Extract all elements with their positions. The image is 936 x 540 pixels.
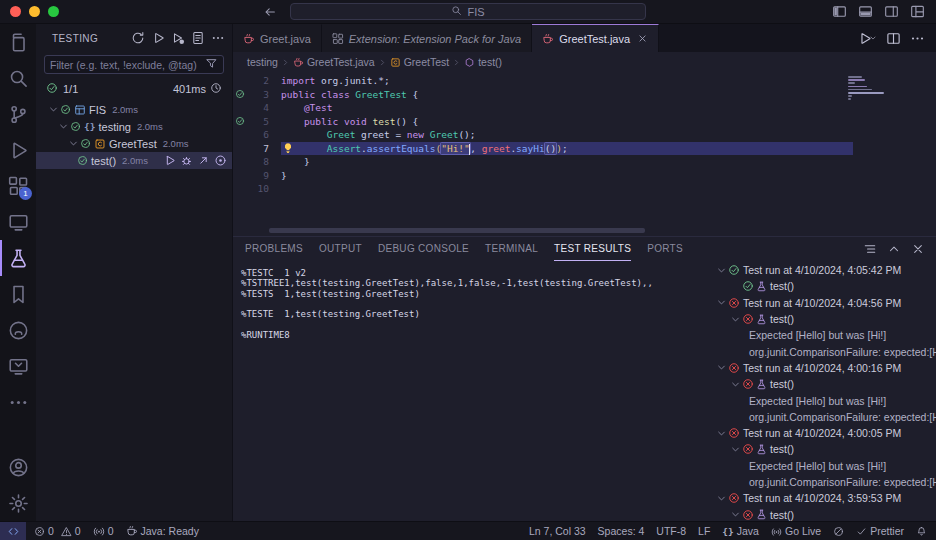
prettier[interactable]: Prettier	[856, 525, 904, 537]
test-run-row[interactable]: Test run at 4/10/2024, 3:59:53 PM	[710, 490, 936, 506]
activity-explorer[interactable]	[0, 24, 36, 60]
activity-additional-views[interactable]	[0, 384, 36, 420]
activity-search[interactable]	[0, 60, 36, 96]
customize-layout-button[interactable]	[909, 3, 926, 20]
twisty-icon[interactable]	[729, 379, 742, 390]
panel-tab-problems[interactable]: PROBLEMS	[245, 237, 303, 261]
test-run-row[interactable]: Test run at 4/10/2024, 4:05:42 PM	[710, 262, 936, 278]
test-message-row[interactable]: org.junit.ComparisonFailure: expected:[H…	[710, 474, 936, 490]
refresh-tests-button[interactable]	[130, 30, 146, 46]
close-window-button[interactable]	[10, 6, 21, 17]
activity-accounts[interactable]	[0, 449, 36, 485]
eol-sequence[interactable]: LF	[698, 525, 710, 537]
panel-tab-debug-console[interactable]: DEBUG CONSOLE	[378, 237, 469, 261]
test-message-row[interactable]: Expected [Hello] but was [Hi!]	[710, 458, 936, 474]
twisty-icon[interactable]	[715, 265, 728, 276]
test-case-row[interactable]: test()	[710, 311, 936, 327]
test-case-row[interactable]: test()	[710, 376, 936, 392]
activity-remote-window[interactable]	[0, 204, 36, 240]
test-filter-input[interactable]: Filter (e.g. text, !exclude, @tag)	[44, 55, 224, 74]
port-forward[interactable]: 0	[93, 525, 114, 537]
twisty-icon[interactable]	[715, 297, 728, 308]
activity-run-and-debug[interactable]	[0, 132, 36, 168]
breadcrumb-test[interactable]: test()	[464, 56, 502, 68]
toggle-panel-button[interactable]	[857, 3, 874, 20]
test-run-row[interactable]: Test run at 4/10/2024, 4:04:56 PM	[710, 295, 936, 311]
tab-extension-extension-pack-for-java[interactable]: Extension: Extension Pack for Java	[322, 24, 532, 52]
breadcrumb-testing[interactable]: testing	[247, 56, 278, 68]
code-line-5[interactable]: 5 public void test() {	[233, 115, 936, 129]
tab-greet-java[interactable]: Greet.java	[233, 24, 322, 52]
code-line-10[interactable]: 10	[233, 182, 936, 196]
activity-github[interactable]	[0, 312, 36, 348]
panel-tab-terminal[interactable]: TERMINAL	[485, 237, 538, 261]
test-tree-item-test[interactable]: test()2.0ms	[36, 152, 232, 169]
code-line-2[interactable]: 2import org.junit.*;	[233, 74, 936, 88]
maximize-panel-button[interactable]	[886, 241, 902, 257]
test-run-row[interactable]: Test run at 4/10/2024, 4:00:05 PM	[710, 425, 936, 441]
code-line-9[interactable]: 9}	[233, 169, 936, 183]
language-mode[interactable]: {}Java	[722, 525, 759, 537]
test-case-row[interactable]: test()	[710, 278, 936, 294]
panel-tab-ports[interactable]: PORTS	[647, 237, 683, 261]
test-message-row[interactable]: Expected [Hello] but was [Hi!]	[710, 392, 936, 408]
activity-testing[interactable]	[0, 240, 36, 276]
test-tree-item-testing[interactable]: {}testing2.0ms	[36, 118, 232, 135]
test-tree-item-greettest[interactable]: GreetTest2.0ms	[36, 135, 232, 152]
run-all-tests-button[interactable]	[150, 30, 166, 46]
toggle-primary-sidebar-button[interactable]	[831, 3, 848, 20]
twisty-icon[interactable]	[715, 362, 728, 373]
twisty-icon[interactable]	[57, 121, 70, 132]
zoom-window-button[interactable]	[48, 6, 59, 17]
more-editor-actions-button[interactable]	[909, 30, 926, 47]
remote-indicator[interactable]	[0, 522, 26, 540]
minimize-window-button[interactable]	[29, 6, 40, 17]
twisty-icon[interactable]	[715, 493, 728, 504]
activity-bookmarks[interactable]	[0, 276, 36, 312]
toggle-secondary-sidebar-button[interactable]	[883, 3, 900, 20]
test-message-row[interactable]: org.junit.ComparisonFailure: expected:[H…	[710, 409, 936, 425]
notifications[interactable]	[916, 526, 927, 537]
problems-status[interactable]: 00	[34, 525, 81, 537]
code-line-3[interactable]: 3public class GreetTest {	[233, 88, 936, 102]
activity-source-control[interactable]	[0, 96, 36, 132]
go-back-button[interactable]	[262, 4, 278, 20]
horizontal-scrollbar[interactable]	[269, 228, 645, 233]
indentation[interactable]: Spaces: 4	[598, 525, 645, 537]
cursor-position[interactable]: Ln 7, Col 33	[529, 525, 586, 537]
breadcrumb-greettest-java[interactable]: GreetTest.java	[293, 56, 375, 68]
twisty-icon[interactable]	[729, 314, 742, 325]
code-line-4[interactable]: 4 @Test	[233, 101, 936, 115]
tab-greettest-java[interactable]: GreetTest.java	[532, 24, 659, 52]
close-tab-icon[interactable]	[637, 33, 648, 44]
twisty-icon[interactable]	[715, 428, 728, 439]
panel-tab-test-results[interactable]: TEST RESULTS	[554, 237, 631, 261]
more-view-actions-button[interactable]	[210, 30, 226, 46]
activity-remote-explorer[interactable]	[0, 348, 36, 384]
panel-tab-output[interactable]: OUTPUT	[319, 237, 362, 261]
test-case-row[interactable]: test()	[710, 441, 936, 457]
go-to-test-button[interactable]	[196, 153, 211, 168]
code-line-8[interactable]: 8 }	[233, 155, 936, 169]
split-editor-button[interactable]	[885, 30, 902, 47]
debug-all-tests-button[interactable]	[170, 30, 186, 46]
run-test-button[interactable]	[162, 153, 177, 168]
exclude-indicator[interactable]	[833, 526, 844, 537]
minimap[interactable]	[848, 75, 894, 100]
activity-extensions[interactable]: 1	[0, 168, 36, 204]
gutter-test-pass[interactable]	[233, 88, 247, 102]
command-center-search[interactable]: FIS	[290, 3, 646, 20]
close-panel-button[interactable]	[910, 241, 926, 257]
test-results-output[interactable]: %TESTC 1 v2%TSTTREE1,test(testing.GreetT…	[233, 261, 710, 521]
run-java-button[interactable]	[856, 30, 878, 47]
activity-manage[interactable]	[0, 485, 36, 521]
test-message-row[interactable]: org.junit.ComparisonFailure: expected:[H…	[710, 343, 936, 359]
debug-test-button[interactable]	[179, 153, 194, 168]
twisty-icon[interactable]	[729, 444, 742, 455]
twisty-icon[interactable]	[67, 138, 80, 149]
gutter-test-pass[interactable]	[233, 115, 247, 129]
view-options-button[interactable]	[862, 241, 878, 257]
test-tree-item-fis[interactable]: FIS2.0ms	[36, 101, 232, 118]
test-message-row[interactable]: Expected [Hello] but was [Hi!]	[710, 327, 936, 343]
code-line-6[interactable]: 6 Greet greet = new Greet();	[233, 128, 936, 142]
